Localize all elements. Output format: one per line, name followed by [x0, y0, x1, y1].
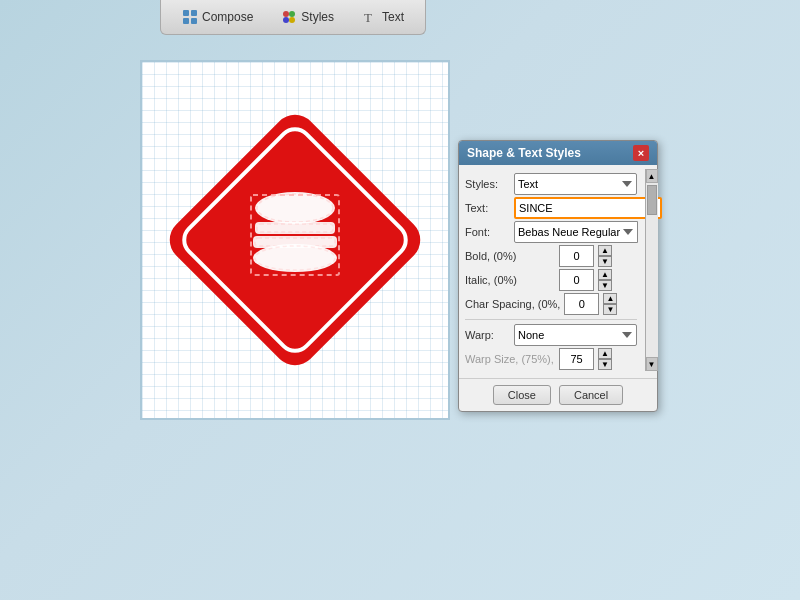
scrollbar-down-button[interactable]: ▼: [646, 357, 658, 371]
italic-down-button[interactable]: ▼: [598, 280, 612, 291]
logo-container: [195, 140, 395, 340]
text-label: Text: [382, 10, 404, 24]
italic-spinner: ▲ ▼: [598, 269, 612, 291]
char-spacing-input[interactable]: [564, 293, 599, 315]
bold-spinner: ▲ ▼: [598, 245, 612, 267]
styles-select[interactable]: Text: [514, 173, 637, 195]
char-spacing-down-button[interactable]: ▼: [603, 304, 617, 315]
text-input[interactable]: [514, 197, 662, 219]
warp-size-spinner: ▲ ▼: [598, 348, 612, 370]
warp-size-up-button[interactable]: ▲: [598, 348, 612, 359]
font-label: Font:: [465, 226, 510, 238]
text-row: Text:: [465, 197, 637, 219]
scrollbar-thumb[interactable]: [647, 185, 657, 215]
svg-rect-0: [183, 10, 189, 16]
compose-icon: [182, 9, 198, 25]
logo-content: [235, 190, 355, 290]
warp-size-input[interactable]: [559, 348, 594, 370]
char-spacing-label: Char Spacing, (0%,: [465, 298, 560, 310]
styles-icon: [281, 9, 297, 25]
compose-label: Compose: [202, 10, 253, 24]
svg-rect-1: [191, 10, 197, 16]
text-field-label: Text:: [465, 202, 510, 214]
font-select[interactable]: Bebas Neue Regular: [514, 221, 638, 243]
svg-rect-3: [191, 18, 197, 24]
char-spacing-row: Char Spacing, (0%, ▲ ▼: [465, 293, 637, 315]
cancel-button[interactable]: Cancel: [559, 385, 623, 405]
svg-point-4: [283, 11, 289, 17]
svg-point-5: [289, 11, 295, 17]
dialog-titlebar: Shape & Text Styles ×: [459, 141, 657, 165]
canvas-grid: [142, 62, 448, 418]
compose-button[interactable]: Compose: [169, 4, 266, 30]
warp-row: Warp: None: [465, 324, 637, 346]
svg-rect-2: [183, 18, 189, 24]
text-button[interactable]: T Text: [349, 4, 417, 30]
shape-text-styles-dialog: Shape & Text Styles × Styles: Text Text:…: [458, 140, 658, 412]
italic-up-button[interactable]: ▲: [598, 269, 612, 280]
dialog-close-button[interactable]: ×: [633, 145, 649, 161]
warp-size-down-button[interactable]: ▼: [598, 359, 612, 370]
text-icon: T: [362, 9, 378, 25]
svg-point-10: [257, 194, 333, 222]
styles-button[interactable]: Styles: [268, 4, 347, 30]
bold-up-button[interactable]: ▲: [598, 245, 612, 256]
svg-text:T: T: [364, 10, 372, 25]
dialog-title: Shape & Text Styles: [467, 146, 581, 160]
warp-size-label: Warp Size, (75%),: [465, 353, 555, 365]
svg-point-7: [289, 17, 295, 23]
burger-svg: [235, 190, 355, 290]
italic-row: Italic, (0%) ▲ ▼: [465, 269, 637, 291]
top-toolbar: Compose Styles T Text: [160, 0, 426, 35]
warp-select[interactable]: None: [514, 324, 637, 346]
char-spacing-spinner: ▲ ▼: [603, 293, 617, 315]
font-row: Font: Bebas Neue Regular: [465, 221, 637, 243]
styles-label: Styles: [301, 10, 334, 24]
bold-label: Bold, (0%): [465, 250, 555, 262]
dialog-scrollbar: ▲ ▼: [645, 169, 657, 371]
warp-label: Warp:: [465, 329, 510, 341]
italic-input[interactable]: [559, 269, 594, 291]
close-button[interactable]: Close: [493, 385, 551, 405]
bold-input[interactable]: [559, 245, 594, 267]
separator: [465, 319, 637, 320]
svg-point-6: [283, 17, 289, 23]
scrollbar-up-button[interactable]: ▲: [646, 169, 658, 183]
warp-size-row: Warp Size, (75%), ▲ ▼: [465, 348, 637, 370]
dialog-footer: Close Cancel: [459, 378, 657, 411]
styles-row: Styles: Text: [465, 173, 637, 195]
svg-point-16: [255, 246, 335, 270]
svg-rect-12: [257, 224, 333, 232]
dialog-scroll-content: Styles: Text Text: Font: Bebas Neue Regu…: [465, 173, 651, 370]
scrollbar-track: [646, 183, 658, 357]
styles-label: Styles:: [465, 178, 510, 190]
char-spacing-up-button[interactable]: ▲: [603, 293, 617, 304]
bold-down-button[interactable]: ▼: [598, 256, 612, 267]
italic-label: Italic, (0%): [465, 274, 555, 286]
bold-row: Bold, (0%) ▲ ▼: [465, 245, 637, 267]
canvas-area: [140, 60, 450, 420]
dialog-body: Styles: Text Text: Font: Bebas Neue Regu…: [459, 165, 657, 378]
